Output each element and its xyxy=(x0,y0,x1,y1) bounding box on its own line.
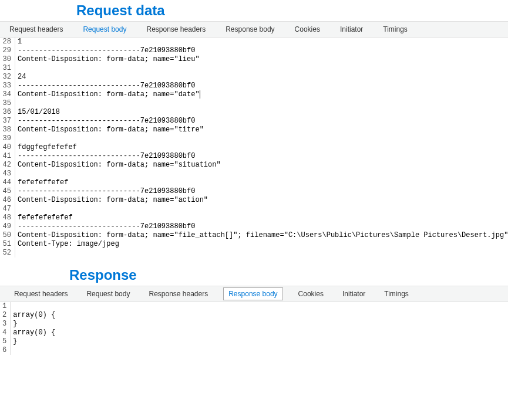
response-body-viewer[interactable]: 123456 array(0) {}array(0) {} xyxy=(0,302,508,355)
tab-request-headers[interactable]: Request headers xyxy=(11,287,71,300)
tab-timings[interactable]: Timings xyxy=(379,23,411,36)
request-data-section: Request data Request headers Request bod… xyxy=(0,0,508,258)
response-body-content: array(0) {}array(0) {} xyxy=(11,302,55,355)
request-tabbar: Request headers Request body Response he… xyxy=(0,21,508,38)
response-title: Response xyxy=(0,265,508,286)
request-body-content: 1-----------------------------7e21093880… xyxy=(15,38,508,258)
tab-request-body[interactable]: Request body xyxy=(83,287,133,300)
tab-response-headers[interactable]: Response headers xyxy=(143,23,209,36)
response-line-gutter: 123456 xyxy=(0,302,11,355)
tab-request-headers[interactable]: Request headers xyxy=(6,23,66,36)
tab-initiator[interactable]: Initiator xyxy=(339,287,369,300)
tab-request-body[interactable]: Request body xyxy=(79,23,130,36)
request-line-gutter: 2829303132333435363738394041424344454647… xyxy=(0,38,15,258)
tab-cookies[interactable]: Cookies xyxy=(291,23,324,36)
tab-response-body[interactable]: Response body xyxy=(223,287,282,300)
response-tabbar: Request headers Request body Response he… xyxy=(0,286,508,302)
request-title: Request data xyxy=(0,0,508,21)
response-section: Response Request headers Request body Re… xyxy=(0,265,508,355)
tab-response-body[interactable]: Response body xyxy=(222,23,278,36)
tab-cookies[interactable]: Cookies xyxy=(295,287,327,300)
request-body-viewer[interactable]: 2829303132333435363738394041424344454647… xyxy=(0,38,508,258)
tab-response-headers[interactable]: Response headers xyxy=(145,287,211,300)
tab-initiator[interactable]: Initiator xyxy=(337,23,366,36)
tab-timings[interactable]: Timings xyxy=(381,287,412,300)
